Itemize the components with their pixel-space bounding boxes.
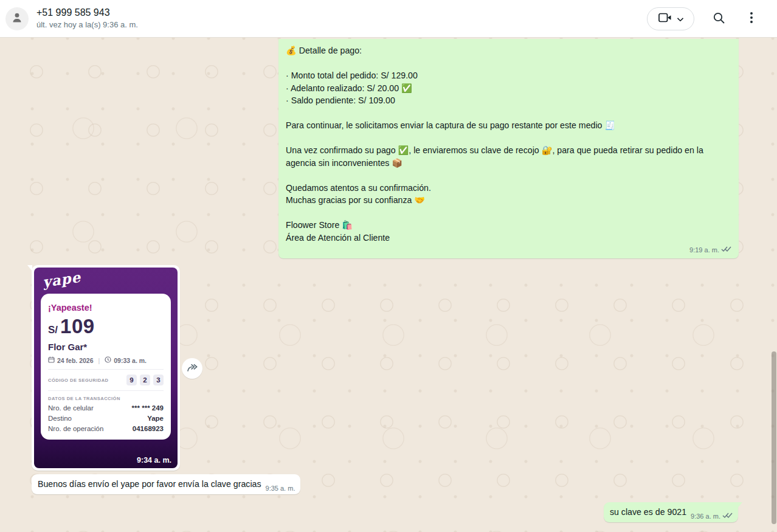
bubble-tail [27, 265, 32, 271]
search-icon [713, 12, 725, 26]
security-code-digits: 9 2 3 [126, 375, 164, 385]
message-payment-detail[interactable]: 💰 Detalle de pago: · Monto total del ped… [278, 39, 739, 258]
transaction-datetime: 24 feb. 2026 | 09:33 a. m. [48, 356, 164, 364]
message-text-line: Quedamos atentos a su confirmación. [286, 182, 731, 195]
video-call-button[interactable] [647, 7, 694, 30]
message-request-key[interactable]: Buenos días envío el yape por favor enví… [32, 474, 300, 494]
meta-separator: | [98, 357, 100, 364]
row-value: *** *** 249 [132, 404, 164, 412]
message-text-line: 💰 Detalle de pago: [286, 44, 731, 57]
message-timestamp: 9:36 a. m. [691, 513, 720, 520]
message-text-line: · Monto total del pedido: S/ 129.00 [286, 69, 731, 82]
message-meta: 9:36 a. m. [691, 512, 733, 520]
transaction-time: 09:33 a. m. [114, 357, 147, 364]
security-digit: 9 [126, 375, 137, 385]
message-text-line [286, 132, 731, 145]
message-text-line [286, 207, 731, 219]
row-value: 04168923 [133, 425, 164, 432]
forward-message-button[interactable] [182, 358, 202, 379]
search-button[interactable] [710, 10, 727, 27]
calendar-icon [48, 356, 55, 364]
recipient-name: Flor Gar* [48, 342, 164, 352]
yape-title: ¡Yapeaste! [48, 303, 164, 313]
kebab-menu-icon [750, 12, 753, 25]
security-digit: 3 [153, 375, 164, 385]
transaction-row: Destino Yape [48, 415, 164, 422]
message-yape-receipt-image[interactable]: yape ¡Yapeaste! S/ 109 Flor Gar* 24 feb.… [32, 265, 180, 471]
message-text-line: Área de Atención al Cliente [286, 232, 731, 244]
message-timestamp: 9:19 a. m. [689, 246, 719, 254]
row-label: Nro. de celular [48, 404, 94, 412]
bubble-tail [737, 502, 742, 508]
yape-receipt-panel: ¡Yapeaste! S/ 109 Flor Gar* 24 feb. 2026… [41, 294, 171, 440]
double-check-icon [721, 246, 731, 254]
security-code-label: CÓDIGO DE SEGURIDAD [48, 378, 109, 383]
contact-name: +51 999 585 943 [36, 7, 138, 19]
chat-header: +51 999 585 943 últ. vez hoy a la(s) 9:3… [0, 0, 777, 38]
contact-avatar[interactable] [5, 7, 29, 30]
row-label: Destino [48, 415, 72, 422]
menu-button[interactable] [743, 10, 760, 27]
row-value: Yape [147, 415, 164, 422]
contact-info[interactable]: +51 999 585 943 últ. vez hoy a la(s) 9:3… [36, 7, 138, 30]
message-text-line: Floower Store 🛍️ [286, 219, 731, 232]
message-meta: 9:19 a. m. [286, 245, 731, 254]
double-check-icon [722, 512, 733, 520]
message-text-line: Para continuar, le solicitamos enviar la… [286, 119, 731, 132]
transaction-data-label: DATOS DE LA TRANSACCIÓN [48, 396, 164, 401]
message-text: Buenos días envío el yape por favor enví… [38, 478, 261, 490]
image-overlay-timestamp: 9:34 a. m. [137, 456, 171, 465]
message-text-line: · Adelanto realizado: S/ 20.00 ✅ [286, 82, 731, 95]
chat-area: 💰 Detalle de pago: · Monto total del ped… [0, 38, 777, 532]
row-label: Nro. de operación [48, 425, 103, 432]
clock-icon [105, 356, 111, 364]
yape-receipt-card: yape ¡Yapeaste! S/ 109 Flor Gar* 24 feb.… [34, 268, 178, 468]
message-text-line [286, 57, 731, 70]
message-send-key[interactable]: su clave es de 9021 9:36 a. m. [604, 502, 738, 522]
chat-scrollbar[interactable] [772, 351, 776, 524]
security-digit: 2 [140, 375, 150, 385]
yape-logo: yape [41, 269, 81, 291]
header-actions [647, 7, 760, 30]
message-timestamp: 9:35 a. m. [266, 485, 295, 492]
chevron-down-icon [677, 14, 683, 23]
last-seen-status: últ. vez hoy a la(s) 9:36 a. m. [36, 19, 138, 30]
divider [48, 369, 164, 370]
yape-amount: S/ 109 [48, 316, 164, 337]
message-text-line: Muchas gracias por su confianza 🤝 [286, 194, 731, 207]
currency-symbol: S/ [48, 324, 58, 336]
security-code-row: CÓDIGO DE SEGURIDAD 9 2 3 [48, 375, 164, 385]
message-text-line: Una vez confirmado su pago ✅, le enviare… [286, 144, 731, 169]
amount-value: 109 [60, 316, 95, 337]
message-text-line: · Saldo pendiente: S/ 109.00 [286, 94, 731, 107]
message-text: su clave es de 9021 [610, 506, 686, 518]
divider [48, 390, 164, 391]
message-text-line [286, 169, 731, 182]
forward-arrow-icon [187, 364, 198, 374]
video-camera-icon [658, 13, 672, 24]
person-icon [10, 10, 24, 27]
transaction-row: Nro. de operación 04168923 [48, 425, 164, 432]
transaction-row: Nro. de celular *** *** 249 [48, 404, 164, 412]
message-text-line [286, 107, 731, 120]
transaction-date: 24 feb. 2026 [57, 357, 94, 364]
